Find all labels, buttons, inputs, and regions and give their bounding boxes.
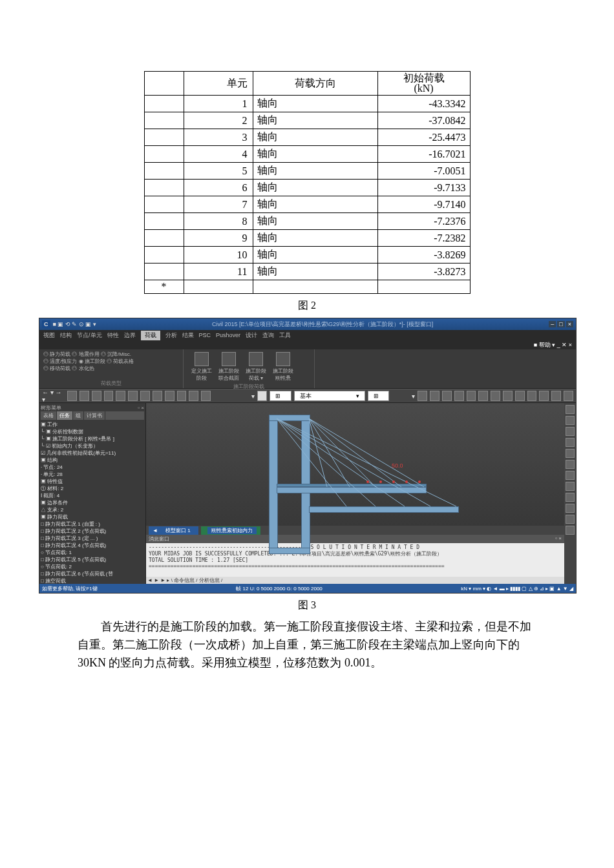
tree-item[interactable]: · 节点: 24: [41, 464, 144, 471]
star-cell: *: [144, 280, 184, 294]
tree-item[interactable]: ▣ 工作: [41, 421, 144, 428]
ribbon-button[interactable]: 施工阶段联合截面: [218, 352, 239, 382]
ribbon-button[interactable]: 施工阶段荷载 ▾: [246, 352, 266, 382]
tree-item[interactable]: · 单元: 28: [41, 471, 144, 478]
tree-tab[interactable]: 表格: [41, 411, 57, 420]
svg-point-13: [392, 480, 395, 483]
tree-item[interactable]: ○ 节点荷载: 1: [41, 549, 144, 556]
tree-tab[interactable]: 计算书: [84, 411, 105, 420]
viewport-tabs[interactable]: ◄ 模型窗口 1 刚性悬索初始内力: [146, 526, 564, 535]
tree-item[interactable]: □ 静力荷载工况 2 (节点荷载): [41, 528, 144, 535]
svg-point-11: [366, 480, 369, 483]
tree-item[interactable]: △ 支承: 2: [41, 506, 144, 513]
table-row: 7轴向-9.7140: [144, 196, 470, 213]
fig3-label: 图 3: [39, 599, 575, 612]
menubar[interactable]: 视图结构节点/单元特性边界荷载分析结果PSCPushover设计查询工具: [39, 330, 576, 340]
toolbar[interactable]: ← ▾ → ▾ ▾ ⊞ 基本▾ ⊞ ▾: [39, 389, 576, 403]
tree-item[interactable]: ▣ 特性值: [41, 478, 144, 485]
table-row: 4轴向-16.7021: [144, 146, 470, 163]
col-load: 初始荷载 (kN): [377, 72, 470, 96]
menu-item[interactable]: 设计: [246, 331, 257, 340]
table-row: 3轴向-25.4473: [144, 129, 470, 146]
right-toolbar[interactable]: [564, 403, 576, 584]
tree-item[interactable]: □ 静力荷载工况 4 (节点荷载): [41, 542, 144, 549]
tree-item[interactable]: └ ▣ 施工阶段分析 [ 刚性+悬吊 ]: [41, 435, 144, 442]
load-table: 单元 荷载方向 初始荷载 (kN) 1轴向-43.33422轴向-37.0842…: [144, 71, 471, 294]
tree-tab[interactable]: 任务: [57, 411, 73, 420]
menu-item[interactable]: 荷载: [141, 331, 160, 340]
tree-item[interactable]: □ 施空荷载: [41, 577, 144, 584]
menu-item[interactable]: Pushover: [216, 332, 240, 338]
svg-point-12: [379, 480, 382, 483]
svg-line-5: [277, 418, 456, 506]
tree-item[interactable]: └ ☑ 初始内力（长变形）: [41, 442, 144, 450]
svg-point-14: [405, 480, 408, 483]
blank-header: [144, 72, 184, 96]
menu-item[interactable]: 分析: [165, 331, 177, 340]
message-panel: ----------------------------------------…: [146, 543, 564, 577]
menu-item[interactable]: 结果: [182, 331, 194, 340]
svg-line-8: [277, 418, 376, 506]
tree-item[interactable]: ○ 节点荷载: 2: [41, 563, 144, 570]
app-window: C ■ ▣ ⟲ ✎ ⊙ ▣ ▾ Civil 2015 [E:\单位项目\高完基差…: [39, 318, 577, 594]
tree-item[interactable]: □ 静力荷载工况 5 (节点荷载): [41, 556, 144, 563]
tree-item[interactable]: ① 材料: 2: [41, 485, 144, 492]
menu-item[interactable]: 节点/单元: [77, 331, 102, 340]
ribbon[interactable]: ◎ 静力荷载 ◎ 地震作用 ◎ 沉降/Misc. ◎ 温度/预应力 ◉ 施工阶段…: [39, 349, 576, 389]
menu-item[interactable]: 特性: [107, 331, 119, 340]
statusbar: 如需更多帮助, 请按F1键 帧 12 U: 0 5000 2000 G: 0 5…: [39, 584, 576, 593]
menu-item[interactable]: 查询: [262, 331, 274, 340]
3d-viewport[interactable]: 50.0: [146, 403, 564, 526]
fig2-label: 图 2: [39, 299, 575, 313]
tree-item[interactable]: ▣ 静力荷载: [41, 513, 144, 521]
svg-text:50.0: 50.0: [392, 462, 403, 469]
ribbon-button[interactable]: 定义施工阶段: [191, 352, 212, 382]
menu-item[interactable]: 工具: [279, 331, 291, 340]
svg-line-4: [309, 418, 327, 487]
table-row: 5轴向-7.0051: [144, 163, 470, 180]
menu-item[interactable]: 边界: [124, 331, 136, 340]
tree-item[interactable]: ▣ 结构: [41, 457, 144, 464]
svg-line-9: [277, 418, 346, 506]
bottom-tabs[interactable]: ◄ ► ► ▸ \ 命令信息 / 分析信息 /: [146, 577, 564, 584]
col-dir: 荷载方向: [253, 72, 377, 96]
menu-item[interactable]: 结构: [60, 331, 72, 340]
table-row: 9轴向-7.2382: [144, 230, 470, 247]
table-row: 10轴向-3.8269: [144, 247, 470, 264]
titlebar: C ■ ▣ ⟲ ✎ ⊙ ▣ ▾ Civil 2015 [E:\单位项目\高完基差…: [39, 318, 576, 330]
tree-item[interactable]: ▣ 边界条件: [41, 499, 144, 506]
tree-item[interactable]: Ⅰ 截面: 4: [41, 492, 144, 499]
help-zone[interactable]: ■ 帮助 ▾ _ ✕ ×: [534, 341, 572, 349]
tree-tab[interactable]: 组: [73, 411, 84, 420]
paragraph: 首先进行的是施工阶段的加载。第一施工阶段直接假设主塔、主梁和拉索，但是不加自重。…: [78, 617, 536, 672]
table-row: 8轴向-7.2376: [144, 213, 470, 230]
svg-line-6: [277, 418, 430, 506]
table-row: 1轴向-43.3342: [144, 96, 470, 112]
tree-panel[interactable]: 树形菜单 ▫ × 表格任务组计算书 ▣ 工作└ ▣ 分析控制数据 └ ▣ 施工阶…: [39, 403, 146, 584]
app-logo: C: [42, 320, 50, 328]
menu-item[interactable]: PSC: [199, 332, 211, 338]
table-row: 2轴向-37.0842: [144, 112, 470, 129]
ribbon-button[interactable]: 施工阶段刚性悬: [273, 352, 293, 382]
dropdown-basic[interactable]: 基本▾: [294, 391, 365, 401]
tree-item[interactable]: ☑ 几何非线性初始荷载(单元=11): [41, 450, 144, 457]
window-buttons[interactable]: –□×: [549, 321, 573, 327]
col-unit: 单元: [184, 72, 253, 96]
table-row: 6轴向-9.7133: [144, 180, 470, 196]
svg-line-7: [277, 418, 405, 506]
tree-item[interactable]: □ 静力荷载工况 3 (定 ... ): [41, 535, 144, 542]
svg-point-15: [418, 480, 421, 483]
menu-item[interactable]: 视图: [43, 331, 55, 340]
tree-item[interactable]: └ ▣ 分析控制数据: [41, 428, 144, 435]
table-row: 11轴向-3.8273: [144, 264, 470, 280]
tree-item[interactable]: □ 静力荷载工况 1 (自重 : ): [41, 521, 144, 528]
tree-item[interactable]: □ 静力荷载工况 6 (节点荷载 (替: [41, 570, 144, 577]
